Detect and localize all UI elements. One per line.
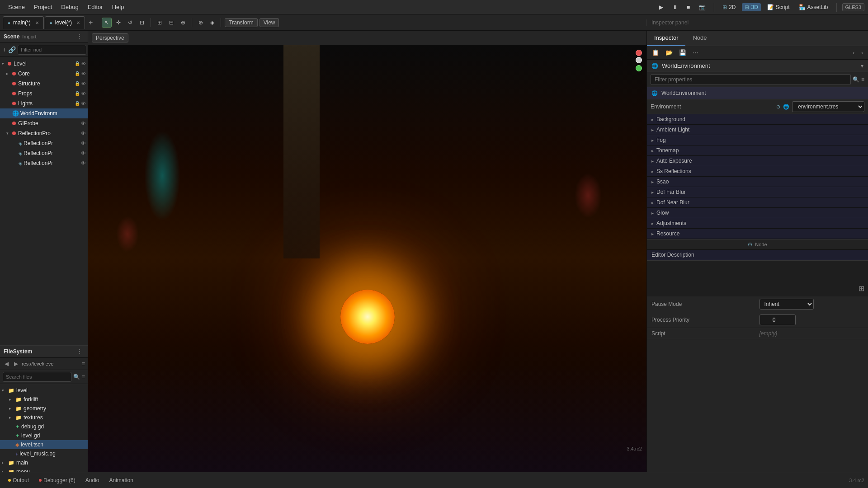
transform-label[interactable]: Transform — [225, 18, 257, 27]
section-tonemap[interactable]: ▸ Tonemap — [647, 145, 868, 156]
section-dof-near-blur[interactable]: ▸ Dof Near Blur — [647, 197, 868, 208]
inspector-more-btn[interactable]: ⋯ — [690, 48, 701, 57]
tree-item-reflection-pro[interactable]: ▾ ReflectionPro 👁 — [0, 128, 88, 138]
structure-eye-icon[interactable]: 👁 — [81, 81, 86, 86]
menu-item-help[interactable]: Help — [108, 2, 129, 12]
bottom-tab-animation[interactable]: Animation — [104, 475, 137, 485]
filesystem-menu-btn[interactable]: ⋮ — [75, 347, 84, 356]
node-dropdown-btn[interactable]: ▾ — [861, 63, 863, 69]
tree-item-props[interactable]: ▸ Props 🔒 👁 — [0, 89, 88, 99]
section-dof-far-blur[interactable]: ▸ Dof Far Blur — [647, 187, 868, 197]
close-main-tab[interactable]: ✕ — [35, 20, 39, 25]
tree-item-world-env[interactable]: ▸ 🌐 WorldEnvironm — [0, 108, 88, 118]
section-auto-exposure[interactable]: ▸ Auto Exposure — [647, 156, 868, 166]
fs-item-debug-gd[interactable]: ▸ ✦ debug.gd — [0, 422, 88, 431]
giprobe-eye-icon[interactable]: 👁 — [81, 121, 86, 126]
tab-node[interactable]: Node — [685, 31, 714, 46]
bottom-tab-audio[interactable]: Audio — [81, 475, 104, 485]
env-dropdown[interactable]: environment.tres — [792, 101, 864, 112]
close-level-tab[interactable]: ✕ — [76, 20, 80, 25]
tree-item-level[interactable]: ▾ Level 🔒 👁 — [0, 59, 88, 69]
inspector-nav-right[interactable]: › — [859, 48, 865, 57]
menu-item-debug[interactable]: Debug — [57, 2, 83, 12]
pause-button[interactable]: ⏸ — [670, 3, 680, 11]
section-ambient-light[interactable]: ▸ Ambient Light — [647, 125, 868, 135]
scene-menu-btn[interactable]: ⋮ — [75, 33, 84, 41]
fs-item-level-gd[interactable]: ▸ ✦ level.gd — [0, 431, 88, 440]
section-glow[interactable]: ▸ Glow — [647, 208, 868, 218]
env-resource-btn[interactable]: ⊙ — [776, 104, 780, 110]
mode-2d-button[interactable]: ⊞ 2D — [720, 3, 738, 11]
filter-props-input[interactable] — [651, 74, 851, 85]
bottom-tab-debugger[interactable]: Debugger (6) — [34, 475, 80, 485]
camera-tool[interactable]: ⊕ — [196, 18, 206, 28]
fs-item-menu[interactable]: ▸ 📁 menu — [0, 467, 88, 472]
perspective-btn[interactable]: Perspective — [92, 33, 128, 42]
fs-search-btn[interactable]: 🔍 — [73, 374, 80, 380]
reflection-sub3-eye[interactable]: 👁 — [81, 160, 86, 166]
process-priority-input[interactable] — [760, 314, 796, 325]
import-label[interactable]: Import — [22, 34, 36, 39]
fs-item-forklift[interactable]: ▸ 📁 forklift — [0, 395, 88, 404]
section-ssao[interactable]: ▸ Ssao — [647, 177, 868, 187]
fs-view-btn[interactable]: ≡ — [82, 361, 85, 367]
filter-props-search-btn[interactable]: 🔍 — [853, 76, 859, 83]
inspector-save-btn[interactable]: 💾 — [677, 48, 689, 57]
fs-item-level-music[interactable]: ▸ ♪ level_music.og — [0, 449, 88, 458]
section-fog[interactable]: ▸ Fog — [647, 135, 868, 145]
inspector-history-btn[interactable]: 📋 — [650, 48, 661, 57]
inspector-nav-left[interactable]: ‹ — [850, 48, 857, 57]
pause-mode-dropdown[interactable]: Inherit — [760, 299, 814, 310]
menu-item-project[interactable]: Project — [29, 2, 57, 12]
select-tool[interactable]: ↖ — [102, 18, 112, 28]
fs-item-geometry[interactable]: ▸ 📁 geometry — [0, 404, 88, 413]
link-node-button[interactable]: 🔗 — [8, 46, 16, 53]
move-tool[interactable]: ✛ — [113, 18, 123, 28]
section-adjustments[interactable]: ▸ Adjustments — [647, 218, 868, 229]
core-eye-icon[interactable]: 👁 — [81, 71, 86, 76]
reflection-pro-eye[interactable]: 👁 — [81, 131, 86, 136]
remote-debug-button[interactable]: 📷 — [696, 3, 708, 11]
lights-eye-icon[interactable]: 👁 — [81, 101, 86, 106]
assetlib-button[interactable]: 🏪 AssetLib — [796, 3, 831, 11]
env-globe-btn[interactable]: 🌐 — [783, 104, 789, 110]
tab-main[interactable]: ● main(*) ✕ — [3, 16, 44, 29]
tree-item-structure[interactable]: ▸ Structure 🔒 👁 — [0, 79, 88, 89]
fs-item-level[interactable]: ▾ 📁 level — [0, 386, 88, 395]
reflection-sub2-eye[interactable]: 👁 — [81, 150, 86, 156]
play-button[interactable]: ▶ — [656, 3, 666, 11]
mode-3d-button[interactable]: ⊟ 3D — [742, 3, 760, 11]
fs-item-main[interactable]: ▸ 📁 main — [0, 458, 88, 467]
tree-item-giprobe[interactable]: ▸ GIProbe 👁 — [0, 118, 88, 128]
inspector-open-btn[interactable]: 📂 — [663, 48, 675, 57]
rotate-tool[interactable]: ↺ — [125, 18, 135, 28]
scale-tool[interactable]: ⊡ — [137, 18, 147, 28]
viewport-canvas[interactable] — [88, 45, 646, 472]
view-label[interactable]: View — [259, 18, 279, 27]
tab-inspector[interactable]: Inspector — [647, 31, 685, 46]
tree-item-core[interactable]: ▸ Core 🔒 👁 — [0, 69, 88, 79]
tree-item-reflection-sub3[interactable]: ▸ ◈ ReflectionPr 👁 — [0, 158, 88, 168]
section-ss-reflections[interactable]: ▸ Ss Reflections — [647, 166, 868, 177]
fs-item-level-tscn[interactable]: ▸ ◆ level.tscn — [0, 440, 88, 449]
reflection-sub1-eye[interactable]: 👁 — [81, 141, 86, 146]
bottom-tab-output[interactable]: Output — [4, 475, 33, 485]
tree-item-reflection-sub2[interactable]: ▸ ◈ ReflectionPr 👁 — [0, 148, 88, 158]
soft-body-tool[interactable]: ◈ — [208, 18, 217, 28]
fs-item-textures[interactable]: ▸ 📁 textures — [0, 413, 88, 422]
filter-node-input[interactable] — [18, 45, 86, 55]
snap-grid-tool[interactable]: ⊟ — [166, 18, 176, 28]
fs-forward-btn[interactable]: ▶ — [12, 360, 20, 368]
tab-level[interactable]: ● level(*) ✕ — [45, 16, 85, 29]
add-node-button[interactable]: + — [3, 46, 6, 53]
menu-item-editor[interactable]: Editor — [83, 2, 108, 12]
fs-sort-btn[interactable]: ≡ — [82, 374, 85, 380]
editor-desc-expand-btn[interactable]: ⊞ — [859, 284, 864, 293]
tree-item-reflection-sub1[interactable]: ▸ ◈ ReflectionPr 👁 — [0, 138, 88, 148]
menu-item-scene[interactable]: Scene — [4, 2, 29, 12]
section-background[interactable]: ▸ Background — [647, 114, 868, 125]
stop-button[interactable]: ■ — [684, 3, 693, 11]
section-resource[interactable]: ▸ Resource — [647, 229, 868, 239]
filter-props-options-btn[interactable]: ≡ — [861, 76, 864, 83]
fs-back-btn[interactable]: ◀ — [3, 360, 10, 368]
